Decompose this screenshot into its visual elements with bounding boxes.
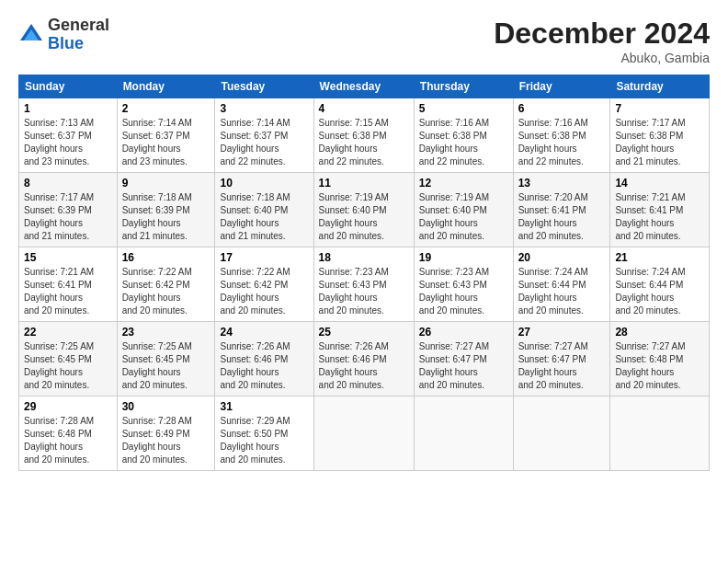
table-row: 20 Sunrise: 7:24 AMSunset: 6:44 PMDaylig… xyxy=(513,247,610,322)
day-number: 14 xyxy=(615,177,704,190)
day-number: 22 xyxy=(24,326,112,339)
day-info: Sunrise: 7:26 AMSunset: 6:46 PMDaylight … xyxy=(220,341,290,390)
calendar-week-row: 22 Sunrise: 7:25 AMSunset: 6:45 PMDaylig… xyxy=(19,322,710,396)
day-info: Sunrise: 7:14 AMSunset: 6:37 PMDaylight … xyxy=(220,118,290,167)
day-info: Sunrise: 7:19 AMSunset: 6:40 PMDaylight … xyxy=(319,192,389,241)
day-number: 3 xyxy=(220,102,308,115)
table-row: 2 Sunrise: 7:14 AMSunset: 6:37 PMDayligh… xyxy=(117,98,215,173)
day-info: Sunrise: 7:21 AMSunset: 6:41 PMDaylight … xyxy=(24,267,94,316)
title-block: December 2024 Abuko, Gambia xyxy=(494,17,710,65)
table-row: 14 Sunrise: 7:21 AMSunset: 6:41 PMDaylig… xyxy=(610,173,710,247)
table-row: 5 Sunrise: 7:16 AMSunset: 6:38 PMDayligh… xyxy=(414,98,513,173)
calendar-week-row: 15 Sunrise: 7:21 AMSunset: 6:41 PMDaylig… xyxy=(19,247,710,322)
day-info: Sunrise: 7:22 AMSunset: 6:42 PMDaylight … xyxy=(220,267,290,316)
day-info: Sunrise: 7:28 AMSunset: 6:48 PMDaylight … xyxy=(24,416,94,465)
day-info: Sunrise: 7:15 AMSunset: 6:38 PMDaylight … xyxy=(319,118,389,167)
table-row: 28 Sunrise: 7:27 AMSunset: 6:48 PMDaylig… xyxy=(610,322,710,396)
col-wednesday: Wednesday xyxy=(313,75,414,98)
calendar-week-row: 8 Sunrise: 7:17 AMSunset: 6:39 PMDayligh… xyxy=(19,173,710,247)
table-row: 6 Sunrise: 7:16 AMSunset: 6:38 PMDayligh… xyxy=(513,98,610,173)
day-number: 26 xyxy=(419,326,508,339)
day-number: 1 xyxy=(24,102,112,115)
month-title: December 2024 xyxy=(494,17,710,51)
day-info: Sunrise: 7:24 AMSunset: 6:44 PMDaylight … xyxy=(518,267,588,316)
day-number: 2 xyxy=(122,102,210,115)
day-info: Sunrise: 7:23 AMSunset: 6:43 PMDaylight … xyxy=(419,267,489,316)
table-row: 29 Sunrise: 7:28 AMSunset: 6:48 PMDaylig… xyxy=(19,396,118,471)
day-number: 31 xyxy=(220,400,308,413)
table-row: 7 Sunrise: 7:17 AMSunset: 6:38 PMDayligh… xyxy=(610,98,710,173)
day-info: Sunrise: 7:27 AMSunset: 6:47 PMDaylight … xyxy=(518,341,588,390)
table-row: 13 Sunrise: 7:20 AMSunset: 6:41 PMDaylig… xyxy=(513,173,610,247)
col-friday: Friday xyxy=(513,75,610,98)
table-row xyxy=(313,396,414,471)
day-number: 4 xyxy=(319,102,409,115)
table-row: 21 Sunrise: 7:24 AMSunset: 6:44 PMDaylig… xyxy=(610,247,710,322)
logo-blue-label: Blue xyxy=(48,35,109,53)
table-row: 9 Sunrise: 7:18 AMSunset: 6:39 PMDayligh… xyxy=(117,173,215,247)
day-number: 7 xyxy=(615,102,704,115)
col-monday: Monday xyxy=(117,75,215,98)
table-row xyxy=(414,396,513,471)
day-info: Sunrise: 7:22 AMSunset: 6:42 PMDaylight … xyxy=(122,267,192,316)
day-number: 28 xyxy=(615,326,704,339)
table-row: 15 Sunrise: 7:21 AMSunset: 6:41 PMDaylig… xyxy=(19,247,118,322)
day-info: Sunrise: 7:16 AMSunset: 6:38 PMDaylight … xyxy=(518,118,588,167)
day-number: 23 xyxy=(122,326,210,339)
day-number: 24 xyxy=(220,326,308,339)
day-info: Sunrise: 7:14 AMSunset: 6:37 PMDaylight … xyxy=(122,118,192,167)
page: General Blue December 2024 Abuko, Gambia… xyxy=(0,0,728,480)
day-info: Sunrise: 7:29 AMSunset: 6:50 PMDaylight … xyxy=(220,416,290,465)
table-row: 3 Sunrise: 7:14 AMSunset: 6:37 PMDayligh… xyxy=(215,98,313,173)
table-row: 23 Sunrise: 7:25 AMSunset: 6:45 PMDaylig… xyxy=(117,322,215,396)
day-info: Sunrise: 7:19 AMSunset: 6:40 PMDaylight … xyxy=(419,192,489,241)
day-info: Sunrise: 7:20 AMSunset: 6:41 PMDaylight … xyxy=(518,192,588,241)
calendar: Sunday Monday Tuesday Wednesday Thursday… xyxy=(18,75,710,471)
day-number: 5 xyxy=(419,102,508,115)
calendar-week-row: 29 Sunrise: 7:28 AMSunset: 6:48 PMDaylig… xyxy=(19,396,710,471)
logo-icon xyxy=(18,22,44,48)
day-number: 19 xyxy=(419,251,508,264)
table-row: 27 Sunrise: 7:27 AMSunset: 6:47 PMDaylig… xyxy=(513,322,610,396)
day-number: 21 xyxy=(615,251,704,264)
table-row: 16 Sunrise: 7:22 AMSunset: 6:42 PMDaylig… xyxy=(117,247,215,322)
col-thursday: Thursday xyxy=(414,75,513,98)
table-row: 31 Sunrise: 7:29 AMSunset: 6:50 PMDaylig… xyxy=(215,396,313,471)
table-row: 22 Sunrise: 7:25 AMSunset: 6:45 PMDaylig… xyxy=(19,322,118,396)
day-number: 15 xyxy=(24,251,112,264)
day-number: 13 xyxy=(518,177,606,190)
day-info: Sunrise: 7:18 AMSunset: 6:40 PMDaylight … xyxy=(220,192,290,241)
day-info: Sunrise: 7:17 AMSunset: 6:38 PMDaylight … xyxy=(615,118,685,167)
table-row: 18 Sunrise: 7:23 AMSunset: 6:43 PMDaylig… xyxy=(313,247,414,322)
day-number: 16 xyxy=(122,251,210,264)
day-info: Sunrise: 7:17 AMSunset: 6:39 PMDaylight … xyxy=(24,192,94,241)
day-info: Sunrise: 7:25 AMSunset: 6:45 PMDaylight … xyxy=(122,341,192,390)
col-saturday: Saturday xyxy=(610,75,710,98)
location: Abuko, Gambia xyxy=(494,51,710,65)
col-sunday: Sunday xyxy=(19,75,118,98)
day-info: Sunrise: 7:26 AMSunset: 6:46 PMDaylight … xyxy=(319,341,389,390)
day-number: 12 xyxy=(419,177,508,190)
day-number: 18 xyxy=(319,251,409,264)
day-number: 25 xyxy=(319,326,409,339)
day-number: 8 xyxy=(24,177,112,190)
table-row: 8 Sunrise: 7:17 AMSunset: 6:39 PMDayligh… xyxy=(19,173,118,247)
day-info: Sunrise: 7:27 AMSunset: 6:48 PMDaylight … xyxy=(615,341,685,390)
day-number: 10 xyxy=(220,177,308,190)
day-info: Sunrise: 7:18 AMSunset: 6:39 PMDaylight … xyxy=(122,192,192,241)
day-info: Sunrise: 7:25 AMSunset: 6:45 PMDaylight … xyxy=(24,341,94,390)
day-info: Sunrise: 7:13 AMSunset: 6:37 PMDaylight … xyxy=(24,118,94,167)
day-number: 9 xyxy=(122,177,210,190)
day-info: Sunrise: 7:27 AMSunset: 6:47 PMDaylight … xyxy=(419,341,489,390)
table-row: 25 Sunrise: 7:26 AMSunset: 6:46 PMDaylig… xyxy=(313,322,414,396)
day-info: Sunrise: 7:24 AMSunset: 6:44 PMDaylight … xyxy=(615,267,685,316)
day-info: Sunrise: 7:21 AMSunset: 6:41 PMDaylight … xyxy=(615,192,685,241)
day-number: 29 xyxy=(24,400,112,413)
logo-text: General Blue xyxy=(48,17,109,53)
calendar-header-row: Sunday Monday Tuesday Wednesday Thursday… xyxy=(19,75,710,98)
day-info: Sunrise: 7:23 AMSunset: 6:43 PMDaylight … xyxy=(319,267,389,316)
table-row: 11 Sunrise: 7:19 AMSunset: 6:40 PMDaylig… xyxy=(313,173,414,247)
table-row xyxy=(610,396,710,471)
day-info: Sunrise: 7:16 AMSunset: 6:38 PMDaylight … xyxy=(419,118,489,167)
day-number: 6 xyxy=(518,102,606,115)
